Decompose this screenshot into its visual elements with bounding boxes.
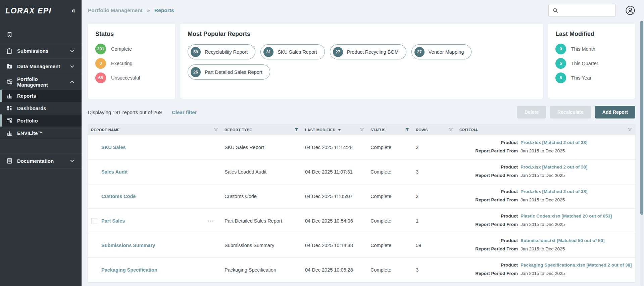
- sidebar-item-portfolio-management[interactable]: Portfolio Management: [0, 74, 82, 89]
- table-row[interactable]: Packaging Specification Packaging Specif…: [88, 258, 635, 282]
- status-unsuccessful: 68 Unsuccessful: [95, 73, 168, 83]
- table-row[interactable]: Part Sales ••• Part Detailed Sales Repor…: [88, 209, 635, 233]
- sidebar-item-dashboards[interactable]: Dashboards: [0, 102, 82, 114]
- report-name-link[interactable]: Customs Code: [101, 194, 136, 199]
- row-checkbox[interactable]: [91, 218, 97, 224]
- grid-icon: [6, 105, 13, 111]
- pill-count: 27: [414, 47, 425, 57]
- status-card: Status 201 Complete 0 Executing 68 Unsuc…: [88, 24, 175, 99]
- sidebar-item-label: Dashboards: [17, 105, 46, 111]
- criteria-cell: ProductProd.xlsx [Matched 2 out of 38] R…: [456, 135, 635, 159]
- last-modified-card: Last Modified 0 This Month 5 This Quarte…: [548, 24, 635, 99]
- status-complete-count: 201: [95, 44, 106, 54]
- status-complete-label: Complete: [111, 46, 132, 52]
- sidebar-item-envilite[interactable]: ENVILite™: [0, 127, 82, 139]
- chevron-down-icon: [69, 157, 76, 164]
- logo-row: LORAX EPI «: [0, 0, 82, 21]
- column-label: REPORT TYPE: [225, 128, 252, 132]
- column-header-rows[interactable]: ROWS: [413, 124, 456, 135]
- status-executing-count: 0: [95, 58, 106, 69]
- page-scrollbar-thumb[interactable]: [640, 21, 643, 215]
- criteria-period-value: Jan 2015 to Dec 2025: [521, 222, 565, 228]
- report-name-link[interactable]: Packaging Specification: [101, 267, 157, 273]
- filter-active-icon[interactable]: [294, 128, 299, 132]
- table-row[interactable]: Customs Code Customs Code 04 Dec 2025 11…: [88, 184, 635, 209]
- column-label: LAST MODIFIED: [305, 128, 336, 132]
- sidebar-item-label: ENVILite™: [17, 130, 43, 136]
- status-unsuccessful-count: 68: [95, 73, 106, 83]
- filter-icon[interactable]: [449, 128, 453, 132]
- criteria-cell: ProductProd.xlsx [Matched 2 out of 38] R…: [456, 184, 635, 208]
- criteria-cell: ProductProd.xlsx [Matched 2 out of 38] R…: [456, 160, 635, 184]
- sidebar-item-documentation[interactable]: Documentation: [0, 153, 82, 169]
- criteria-product-link[interactable]: Submissions.txt [Matched 50 out of 50]: [521, 238, 605, 244]
- recalculate-button[interactable]: Recalculate: [550, 106, 591, 118]
- sidebar-item-label: Documentation: [17, 158, 69, 164]
- criteria-product-link[interactable]: Plastic Codes.xlsx [Matched 20 out of 65…: [521, 213, 612, 219]
- popular-pill-vendor-mapping[interactable]: 27 Vendor Mapping: [411, 44, 472, 59]
- sidebar-item-label: Portfolio: [17, 118, 38, 124]
- criteria-period-label: Report Period From: [459, 197, 518, 203]
- popular-pill-recyclability-report[interactable]: 59 Recyclability Report: [188, 44, 255, 59]
- report-name-link[interactable]: Submissions Summary: [101, 243, 155, 248]
- report-name-link[interactable]: Sales Audit: [101, 169, 128, 175]
- clear-filter-link[interactable]: Clear filter: [172, 109, 197, 115]
- criteria-period-value: Jan 2015 to Dec 2025: [521, 271, 565, 277]
- column-header-criteria[interactable]: CRITERIA: [456, 124, 635, 135]
- add-report-button[interactable]: Add Report: [595, 106, 635, 118]
- sidebar-item-portfolio[interactable]: Portfolio: [0, 114, 82, 127]
- search-input[interactable]: [561, 8, 622, 13]
- modified-this-quarter: 5 This Quarter: [555, 58, 628, 69]
- page-scrollbar[interactable]: [640, 20, 643, 286]
- report-type-cell: Customs Code: [221, 184, 302, 208]
- column-header-report-name[interactable]: REPORT NAME: [88, 124, 221, 135]
- sidebar-item-data-management[interactable]: Data Management: [0, 58, 82, 74]
- filter-icon[interactable]: [214, 128, 218, 132]
- report-name-link[interactable]: SKU Sales: [101, 145, 126, 150]
- popular-pill-sku-sales-report[interactable]: 31 SKU Sales Report: [260, 44, 325, 59]
- sidebar-item-label: Submissions: [17, 48, 69, 54]
- modified-this-quarter-count: 5: [555, 58, 566, 69]
- filter-icon[interactable]: [360, 128, 364, 132]
- modified-this-month-count: 0: [555, 44, 566, 54]
- delete-button[interactable]: Delete: [517, 106, 546, 118]
- modified-this-month: 0 This Month: [555, 44, 628, 54]
- user-avatar-icon[interactable]: [625, 5, 635, 15]
- table-row[interactable]: Submissions Summary Submissions Summary …: [88, 233, 635, 258]
- sidebar-item-reports[interactable]: Reports: [0, 89, 82, 102]
- modified-this-year-count: 5: [555, 73, 566, 83]
- status-unsuccessful-label: Unsuccessful: [111, 75, 140, 81]
- column-header-last-modified[interactable]: LAST MODIFIED: [302, 124, 367, 135]
- table-row[interactable]: Sales Audit Sales Loaded Audit 04 Dec 20…: [88, 160, 635, 184]
- criteria-cell: ProductPackaging Specifications.xlsx [Ma…: [456, 258, 635, 282]
- criteria-product-link[interactable]: Prod.xlsx [Matched 2 out of 38]: [521, 164, 588, 170]
- breadcrumb-separator: »: [147, 7, 150, 13]
- report-name-link[interactable]: Part Sales: [101, 218, 125, 224]
- last-modified-cell: 04 Dec 2025 10:05:28: [302, 258, 367, 282]
- modified-this-month-label: This Month: [571, 46, 595, 52]
- pill-label: Part Detailed Sales Report: [205, 69, 262, 75]
- column-label: REPORT NAME: [91, 128, 120, 132]
- popular-card-title: Most Popular Reports: [188, 31, 536, 38]
- sidebar-item-submissions[interactable]: Submissions: [0, 43, 82, 58]
- criteria-product-label: Product: [459, 164, 518, 170]
- row-menu-ellipsis[interactable]: •••: [208, 219, 213, 223]
- modified-this-year-label: This Year: [571, 75, 591, 81]
- filter-icon[interactable]: [628, 128, 632, 132]
- column-header-status[interactable]: STATUS: [367, 124, 413, 135]
- table-row[interactable]: SKU Sales SKU Sales Report 04 Dec 2025 1…: [88, 135, 635, 160]
- filter-active-icon[interactable]: [405, 128, 409, 132]
- rows-cell: 3: [413, 258, 456, 282]
- column-header-report-type[interactable]: REPORT TYPE: [221, 124, 302, 135]
- status-cell: Complete: [367, 209, 413, 233]
- sidebar-collapse-icon[interactable]: «: [71, 7, 76, 14]
- table-header: REPORT NAME REPORT TYPE LAST MODIFIED ST…: [88, 124, 635, 135]
- popular-pill-product-recycling-bom[interactable]: 27 Product Recycling BOM: [330, 44, 406, 59]
- criteria-product-link[interactable]: Prod.xlsx [Matched 2 out of 38]: [521, 140, 588, 146]
- sitemap-icon: [6, 79, 13, 85]
- criteria-product-link[interactable]: Packaging Specifications.xlsx [Matched 2…: [521, 262, 632, 268]
- criteria-product-link[interactable]: Prod.xlsx [Matched 2 out of 38]: [521, 189, 588, 195]
- sidebar-item-company[interactable]: [0, 26, 82, 43]
- popular-pill-part-detailed-sales-report[interactable]: 26 Part Detailed Sales Report: [188, 64, 270, 80]
- breadcrumb-parent[interactable]: Portfolio Management: [88, 7, 143, 13]
